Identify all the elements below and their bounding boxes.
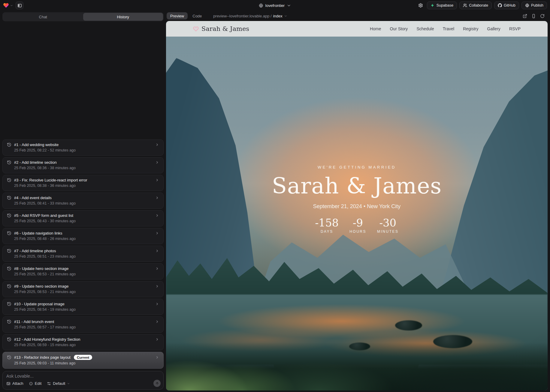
chevron-right-icon <box>155 302 159 306</box>
refresh-icon[interactable] <box>540 14 545 18</box>
publish-button[interactable]: Publish <box>521 1 547 9</box>
send-button[interactable] <box>153 380 161 387</box>
edit-button[interactable]: Edit <box>29 381 41 386</box>
mobile-view-icon[interactable] <box>531 14 536 18</box>
chevron-right-icon <box>155 160 159 164</box>
arrow-up-icon <box>155 382 159 385</box>
chevron-down-icon <box>287 3 291 8</box>
preview-url-selector[interactable]: preview--lovefrontier.lovable.app / inde… <box>213 14 287 18</box>
history-item[interactable]: #6 - Update navigation links 25 Feb 2025… <box>2 228 164 244</box>
heart-icon <box>193 26 199 32</box>
site-logo[interactable]: Sarah & James <box>193 25 249 32</box>
history-item[interactable]: #12 - Add Honeyfund Registry Section 25 … <box>2 334 164 350</box>
mode-select[interactable]: Default <box>47 381 70 386</box>
history-item-title: #9 - Update hero section image <box>14 284 68 289</box>
tab-history[interactable]: History <box>83 13 163 21</box>
app-window: lovefrontier Supabase Collaborate GitHub… <box>0 0 550 392</box>
history-item[interactable]: #4 - Add event details 25 Feb 2025, 08:4… <box>2 193 164 209</box>
history-item-timestamp: 25 Feb 2025, 08:59 - 15 minutes ago <box>14 343 159 347</box>
history-item[interactable]: #10 - Update proposal image 25 Feb 2025,… <box>2 299 164 315</box>
history-item[interactable]: #9 - Update hero section image 25 Feb 20… <box>2 281 164 297</box>
nav-link-registry[interactable]: Registry <box>463 26 478 31</box>
history-item-timestamp: 25 Feb 2025, 08:38 - 36 minutes ago <box>14 184 159 188</box>
history-item[interactable]: #2 - Add timeline section 25 Feb 2025, 0… <box>2 157 164 173</box>
settings-button[interactable] <box>417 1 425 9</box>
history-list: #1 - Add wedding website 25 Feb 2025, 08… <box>2 136 164 369</box>
supabase-button[interactable]: Supabase <box>427 1 457 9</box>
history-item-title: #7 - Add timeline photos <box>14 249 56 253</box>
countdown-minutes: -30 MINUTES <box>377 218 399 234</box>
countdown: -158 DAYS -9 HOURS -30 MINUTES <box>315 218 399 234</box>
history-item-title: #6 - Update navigation links <box>14 231 62 235</box>
nav-link-schedule[interactable]: Schedule <box>416 26 434 31</box>
github-icon <box>498 3 502 7</box>
history-item-title: #5 - Add RSVP form and guest list <box>14 213 73 218</box>
image-icon <box>6 382 11 386</box>
chevron-down-icon <box>284 14 287 18</box>
collaborate-button[interactable]: Collaborate <box>459 1 492 9</box>
nav-link-gallery[interactable]: Gallery <box>487 26 500 31</box>
chevron-right-icon <box>155 214 159 217</box>
tab-code[interactable]: Code <box>189 12 205 19</box>
ask-lovable-input[interactable] <box>6 374 160 380</box>
nav-link-home[interactable]: Home <box>370 26 381 31</box>
history-item-timestamp: 25 Feb 2025, 08:43 - 30 minutes ago <box>14 219 159 223</box>
hero-eyebrow: WE'RE GETTING MARRIED <box>318 165 396 169</box>
chevron-right-icon <box>155 320 159 324</box>
history-item-timestamp: 25 Feb 2025, 08:22 - 52 minutes ago <box>14 148 159 152</box>
supabase-label: Supabase <box>437 3 453 7</box>
history-icon <box>7 302 11 306</box>
mode-label: Default <box>53 381 65 386</box>
users-icon <box>463 3 467 7</box>
lovable-logo-menu[interactable] <box>3 2 13 8</box>
chevron-right-icon <box>155 178 159 182</box>
project-switcher[interactable]: lovefrontier <box>259 3 291 8</box>
countdown-minutes-label: MINUTES <box>377 229 399 234</box>
history-item[interactable]: #1 - Add wedding website 25 Feb 2025, 08… <box>2 139 164 156</box>
history-item-timestamp: 25 Feb 2025, 08:57 - 17 minutes ago <box>14 325 159 329</box>
history-item-current[interactable]: #13 - Refactor index page layoutCurrent … <box>2 352 164 369</box>
history-item-timestamp: 25 Feb 2025, 08:48 - 26 minutes ago <box>14 237 159 241</box>
hero-section: WE'RE GETTING MARRIED Sarah & James Sept… <box>166 165 548 234</box>
history-item[interactable]: #5 - Add RSVP form and guest list 25 Feb… <box>2 210 164 226</box>
globe-icon <box>259 3 263 8</box>
preview-toolbar: Preview Code preview--lovefrontier.lovab… <box>166 11 548 21</box>
sidebar-toggle-button[interactable] <box>16 1 23 9</box>
attach-label: Attach <box>12 381 23 386</box>
github-button[interactable]: GitHub <box>494 1 519 9</box>
chevron-right-icon <box>155 267 159 271</box>
site-nav: Home Our Story Schedule Travel Registry … <box>370 26 521 31</box>
chevron-right-icon <box>155 231 159 235</box>
history-item[interactable]: #8 - Update hero section image 25 Feb 20… <box>2 263 164 280</box>
history-item-title: #11 - Add brunch event <box>14 319 54 324</box>
panel-tabs: Chat History <box>2 12 164 21</box>
chevron-right-icon <box>155 355 159 359</box>
tab-preview[interactable]: Preview <box>167 12 188 19</box>
history-icon <box>7 142 11 147</box>
history-item-timestamp: 25 Feb 2025, 08:36 - 38 minutes ago <box>14 166 159 170</box>
site-header: Sarah & James Home Our Story Schedule Tr… <box>166 21 548 37</box>
preview-panel: Preview Code preview--lovefrontier.lovab… <box>166 11 550 392</box>
nav-link-our-story[interactable]: Our Story <box>390 26 408 31</box>
countdown-hours-value: -9 <box>353 218 363 228</box>
history-item[interactable]: #3 - Fix: Resolve Lucide-react import er… <box>2 175 164 191</box>
history-icon <box>7 319 11 324</box>
chat-composer: Attach Edit Default <box>2 371 164 390</box>
history-icon <box>7 266 11 271</box>
lovable-heart-icon <box>3 2 9 8</box>
tab-chat[interactable]: Chat <box>3 13 83 21</box>
history-icon <box>7 196 11 200</box>
open-in-new-tab-icon[interactable] <box>523 14 527 18</box>
history-item-title: #8 - Update hero section image <box>14 266 68 271</box>
nav-link-travel[interactable]: Travel <box>443 26 454 31</box>
chevron-down-icon <box>67 382 70 385</box>
history-item[interactable]: #11 - Add brunch event 25 Feb 2025, 08:5… <box>2 316 164 333</box>
history-item[interactable]: #7 - Add timeline photos 25 Feb 2025, 08… <box>2 246 164 262</box>
chevron-right-icon <box>155 196 159 200</box>
history-item-title: #13 - Refactor index page layout <box>14 355 71 360</box>
attach-button[interactable]: Attach <box>6 381 23 386</box>
nav-link-rsvp[interactable]: RSVP <box>509 26 521 31</box>
history-icon <box>7 160 11 165</box>
preview-url: preview--lovefrontier.lovable.app / <box>213 14 271 18</box>
globe-icon <box>525 3 529 7</box>
